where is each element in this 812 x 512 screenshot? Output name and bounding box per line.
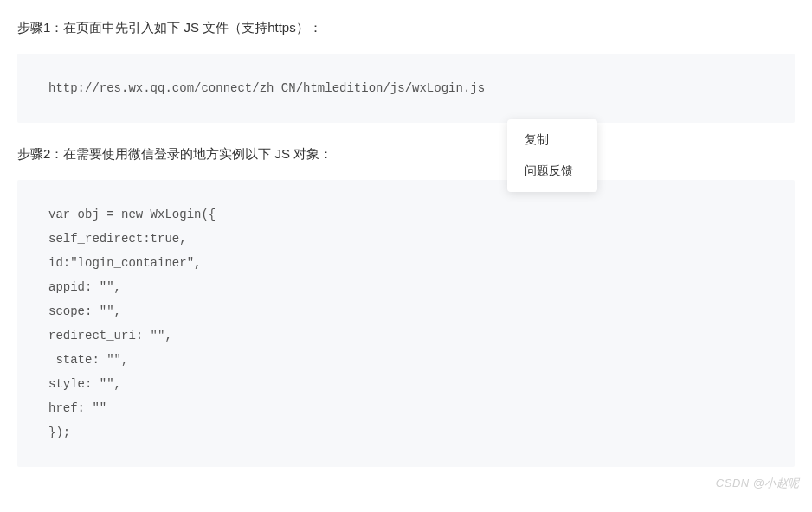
step2-text: 步骤2：在需要使用微信登录的地方实例以下 JS 对象： bbox=[17, 144, 795, 164]
menu-item-copy[interactable]: 复制 bbox=[507, 125, 597, 156]
code-block-2: var obj = new WxLogin({ self_redirect:tr… bbox=[17, 180, 795, 467]
watermark: CSDN @小赵呢 bbox=[716, 476, 800, 491]
step1-text: 步骤1：在页面中先引入如下 JS 文件（支持https）： bbox=[17, 17, 795, 38]
menu-item-feedback[interactable]: 问题反馈 bbox=[507, 156, 597, 187]
context-menu: 复制 问题反馈 bbox=[507, 119, 597, 192]
code-block-1: http://res.wx.qq.com/connect/zh_CN/htmle… bbox=[17, 54, 795, 123]
